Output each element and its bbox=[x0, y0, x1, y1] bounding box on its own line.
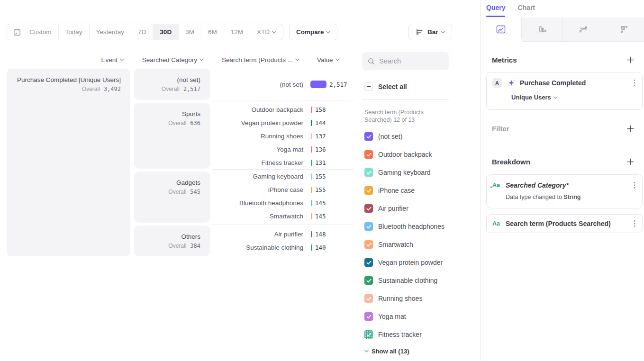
tab-funnels[interactable] bbox=[522, 18, 563, 42]
show-all-label: Show all (13) bbox=[372, 348, 409, 355]
value-bar bbox=[311, 173, 312, 180]
segment-item-vegan-protein-powder[interactable]: Vegan protein powder bbox=[364, 253, 473, 271]
breakdown-heading: Breakdown bbox=[492, 158, 530, 166]
segment-checkbox[interactable] bbox=[364, 258, 373, 267]
segment-label: Sustainable clothing bbox=[378, 277, 437, 284]
table-row[interactable]: iPhone case155 bbox=[213, 183, 354, 196]
segment-checkbox[interactable] bbox=[364, 132, 373, 141]
table-row[interactable]: Air purifier148 bbox=[213, 227, 354, 241]
add-filter-button[interactable] bbox=[625, 123, 635, 134]
tab-query[interactable]: Query bbox=[486, 4, 505, 11]
overall-value: 2,517 bbox=[183, 86, 200, 92]
event-card[interactable]: Purchase Completed [Unique Users] Overal… bbox=[7, 69, 130, 256]
category-card-gadgets[interactable]: GadgetsOverall545 bbox=[134, 171, 210, 223]
date-range-today[interactable]: Today bbox=[58, 24, 89, 40]
value-text: 136 bbox=[315, 146, 326, 153]
segment-item-smartwatch[interactable]: Smartwatch bbox=[364, 235, 473, 253]
tab-chart[interactable]: Chart bbox=[517, 4, 535, 11]
segment-search[interactable] bbox=[362, 52, 449, 70]
query-panel: Query Chart bbox=[480, 0, 644, 361]
date-range-6m[interactable]: 6M bbox=[201, 24, 224, 40]
segment-item-sustainable-clothing[interactable]: Sustainable clothing bbox=[364, 271, 473, 289]
table-row[interactable]: Yoga mat136 bbox=[213, 143, 354, 156]
table-row[interactable]: Fitness tracker131 bbox=[213, 156, 354, 169]
chart-type-dropdown[interactable]: Bar bbox=[408, 24, 452, 40]
date-range-custom[interactable]: Custom bbox=[23, 24, 58, 40]
tab-insights[interactable] bbox=[481, 18, 522, 42]
category-card-sports[interactable]: SportsOverall636 bbox=[134, 103, 210, 169]
category-card--not-set-[interactable]: (not set)Overall2,517 bbox=[134, 69, 210, 100]
search-term-label: Air purifier bbox=[213, 231, 303, 238]
segment-checkbox[interactable] bbox=[364, 168, 373, 177]
segment-checkbox[interactable] bbox=[364, 330, 373, 339]
category-name: Others bbox=[144, 233, 200, 241]
table-row[interactable]: Sustainable clothing140 bbox=[213, 241, 354, 254]
segment-checkbox[interactable] bbox=[364, 150, 373, 159]
table-row[interactable]: Smartwatch145 bbox=[213, 209, 354, 223]
chart-type-label: Bar bbox=[427, 28, 438, 36]
column-header-label: Search term (Products ... bbox=[222, 56, 293, 63]
category-card-others[interactable]: OthersOverall384 bbox=[134, 226, 210, 256]
table-row[interactable]: Gaming keyboard155 bbox=[213, 170, 354, 183]
value-text: 148 bbox=[315, 231, 326, 238]
tab-retention[interactable] bbox=[604, 18, 644, 42]
segment-item-yoga-mat[interactable]: Yoga mat bbox=[364, 307, 473, 325]
breakdown-card-search-term[interactable]: Aa Search term (Products Searched) bbox=[486, 214, 643, 233]
segment-checkbox[interactable] bbox=[364, 222, 373, 231]
table-row[interactable]: Running shoes137 bbox=[213, 129, 354, 143]
segment-checkbox[interactable] bbox=[364, 312, 373, 321]
metric-menu-button[interactable] bbox=[633, 78, 636, 88]
date-range-3m[interactable]: 3M bbox=[178, 24, 201, 40]
compare-button[interactable]: Compare bbox=[289, 24, 338, 40]
breakdown-menu-button[interactable] bbox=[633, 180, 636, 190]
retention-icon bbox=[619, 25, 629, 34]
table-row[interactable]: (not set)2,517 bbox=[213, 69, 354, 100]
table-row[interactable]: Bluetooth headphones145 bbox=[213, 196, 354, 209]
overall-label: Overall bbox=[168, 120, 186, 126]
segment-checkbox[interactable] bbox=[364, 240, 373, 249]
add-breakdown-button[interactable] bbox=[625, 156, 635, 167]
segment-item-fitness-tracker[interactable]: Fitness tracker bbox=[364, 325, 473, 343]
date-range-30d[interactable]: 30D bbox=[153, 24, 178, 40]
select-all-row[interactable]: Select all bbox=[364, 82, 407, 91]
category-overall: Overall545 bbox=[144, 189, 200, 195]
breakdown-menu-button[interactable] bbox=[633, 219, 636, 228]
show-all-button[interactable]: Show all (13) bbox=[364, 344, 409, 358]
segment-item-air-purifier[interactable]: Air purifier bbox=[364, 199, 473, 217]
table-row[interactable]: Vegan protein powder144 bbox=[213, 116, 354, 129]
date-range-yesterday[interactable]: Yesterday bbox=[89, 24, 131, 40]
measure-dropdown[interactable]: Unique Users bbox=[511, 94, 636, 101]
chevron-down-icon bbox=[326, 31, 330, 34]
segment-checkbox[interactable] bbox=[364, 186, 373, 195]
category-overall: Overall384 bbox=[144, 243, 200, 249]
segment-checkbox[interactable] bbox=[364, 276, 373, 285]
segment-item-gaming-keyboard[interactable]: Gaming keyboard bbox=[364, 163, 473, 181]
breakdown-name: Searched Category* bbox=[506, 181, 569, 189]
value-bar bbox=[311, 244, 312, 251]
segment-item--not-set-[interactable]: (not set) bbox=[364, 127, 473, 145]
date-range-12m[interactable]: 12M bbox=[224, 24, 250, 40]
segment-item-iphone-case[interactable]: iPhone case bbox=[364, 181, 473, 199]
calendar-icon[interactable] bbox=[7, 24, 23, 40]
segment-label: Smartwatch bbox=[378, 241, 413, 248]
segment-checkbox[interactable] bbox=[364, 294, 373, 303]
select-all-checkbox[interactable] bbox=[364, 82, 373, 91]
date-range-xtd[interactable]: XTD bbox=[250, 24, 283, 40]
date-range-7d[interactable]: 7D bbox=[131, 24, 153, 40]
column-header-search-term[interactable]: Search term (Products ... bbox=[213, 55, 299, 64]
breakdown-card-searched-category[interactable]: Aa* Searched Category* Data type changed… bbox=[486, 174, 643, 208]
value-bar bbox=[311, 146, 312, 153]
add-metric-button[interactable] bbox=[625, 54, 635, 65]
metric-card[interactable]: A Purchase Completed Unique Users bbox=[486, 72, 643, 110]
column-header-event[interactable]: Event bbox=[7, 55, 124, 64]
column-header-searched-category[interactable]: Searched Category bbox=[134, 55, 204, 64]
segment-item-outdoor-backpack[interactable]: Outdoor backpack bbox=[364, 145, 473, 163]
tab-flows[interactable] bbox=[562, 18, 604, 42]
segment-item-running-shoes[interactable]: Running shoes bbox=[364, 289, 473, 307]
segment-checkbox[interactable] bbox=[364, 204, 373, 213]
column-header-value[interactable]: Value bbox=[317, 55, 350, 64]
search-input[interactable] bbox=[379, 57, 441, 65]
segment-item-bluetooth-headphones[interactable]: Bluetooth headphones bbox=[364, 217, 473, 235]
term-rows-group: Gaming keyboard155iPhone case155Bluetoot… bbox=[213, 170, 354, 223]
table-row[interactable]: Outdoor backpack158 bbox=[213, 103, 354, 116]
